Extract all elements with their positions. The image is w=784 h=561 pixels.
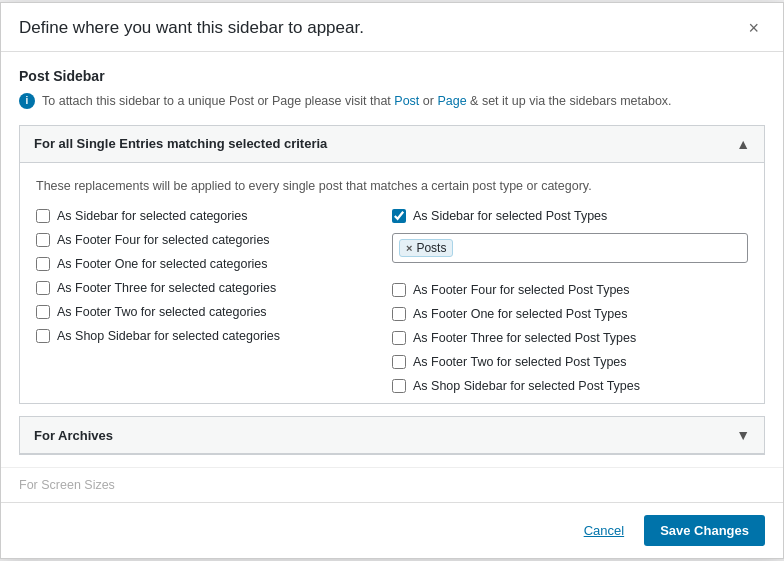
checkbox-label[interactable]: As Shop Sidebar for selected categories (57, 329, 280, 343)
right-checkbox-col: As Sidebar for selected Post Types×Posts… (392, 209, 748, 393)
dialog-footer: Cancel Save Changes (1, 502, 783, 558)
checkbox-cb_footer_four_cat[interactable] (36, 233, 50, 247)
right-checkbox-item: As Footer Four for selected Post Types (392, 283, 748, 297)
single-entries-panel: For all Single Entries matching selected… (19, 125, 765, 405)
checkboxes-grid: As Sidebar for selected categoriesAs Foo… (36, 209, 748, 393)
archives-panel-header[interactable]: For Archives ▼ (20, 417, 764, 454)
checkbox-cb_footer_one_cat[interactable] (36, 257, 50, 271)
left-checkbox-item: As Footer Two for selected categories (36, 305, 392, 319)
checkbox-cb_footer_four_post[interactable] (392, 283, 406, 297)
checkbox-label[interactable]: As Sidebar for selected categories (57, 209, 247, 223)
checkbox-cb_footer_three_cat[interactable] (36, 281, 50, 295)
left-checkbox-item: As Footer Four for selected categories (36, 233, 392, 247)
single-entries-panel-header[interactable]: For all Single Entries matching selected… (20, 126, 764, 163)
single-entries-chevron: ▲ (736, 136, 750, 152)
checkbox-label[interactable]: As Footer Three for selected categories (57, 281, 276, 295)
tag-posts: ×Posts (399, 239, 453, 257)
info-text: To attach this sidebar to a unique Post … (42, 92, 672, 111)
checkbox-label[interactable]: As Sidebar for selected Post Types (413, 209, 607, 223)
cancel-button[interactable]: Cancel (576, 519, 632, 542)
tag-input-row[interactable]: ×Posts (392, 233, 748, 263)
dialog-title: Define where you want this sidebar to ap… (19, 18, 364, 38)
right-checkbox-item: As Sidebar for selected Post Types (392, 209, 748, 223)
checkbox-cb_shop_cat[interactable] (36, 329, 50, 343)
right-checkbox-item: As Shop Sidebar for selected Post Types (392, 379, 748, 393)
checkbox-cb_shop_post[interactable] (392, 379, 406, 393)
left-checkbox-item: As Footer Three for selected categories (36, 281, 392, 295)
checkbox-label[interactable]: As Footer One for selected categories (57, 257, 268, 271)
info-icon: i (19, 93, 35, 109)
post-link[interactable]: Post (394, 94, 419, 108)
right-checkbox-item: As Footer Three for selected Post Types (392, 331, 748, 345)
checkbox-cb_sidebar_post[interactable] (392, 209, 406, 223)
checkbox-cb_footer_three_post[interactable] (392, 331, 406, 345)
left-checkbox-item: As Shop Sidebar for selected categories (36, 329, 392, 343)
checkbox-label[interactable]: As Footer Two for selected Post Types (413, 355, 627, 369)
left-checkbox-col: As Sidebar for selected categoriesAs Foo… (36, 209, 392, 393)
section-title: Post Sidebar (19, 68, 765, 84)
single-entries-panel-body: These replacements will be applied to ev… (20, 163, 764, 404)
right-checkbox-item: As Footer One for selected Post Types (392, 307, 748, 321)
tag-remove-button[interactable]: × (406, 242, 412, 254)
screen-sizes-label: For Screen Sizes (19, 478, 115, 492)
single-entries-panel-title: For all Single Entries matching selected… (34, 136, 327, 151)
close-button[interactable]: × (742, 17, 765, 39)
right-checkbox-item: As Footer Two for selected Post Types (392, 355, 748, 369)
checkbox-label[interactable]: As Footer Two for selected categories (57, 305, 267, 319)
dialog-header: Define where you want this sidebar to ap… (1, 3, 783, 52)
archives-panel-title: For Archives (34, 428, 113, 443)
dialog-body: Post Sidebar i To attach this sidebar to… (1, 52, 783, 468)
left-checkbox-item: As Footer One for selected categories (36, 257, 392, 271)
checkbox-label[interactable]: As Shop Sidebar for selected Post Types (413, 379, 640, 393)
save-button[interactable]: Save Changes (644, 515, 765, 546)
screen-sizes-bar: For Screen Sizes (1, 467, 783, 502)
checkbox-cb_footer_two_cat[interactable] (36, 305, 50, 319)
checkbox-cb_footer_one_post[interactable] (392, 307, 406, 321)
archives-chevron: ▼ (736, 427, 750, 443)
tag-text: Posts (416, 241, 446, 255)
checkbox-cb_footer_two_post[interactable] (392, 355, 406, 369)
single-entries-description: These replacements will be applied to ev… (36, 177, 748, 196)
dialog: Define where you want this sidebar to ap… (0, 2, 784, 560)
checkbox-label[interactable]: As Footer Three for selected Post Types (413, 331, 636, 345)
checkbox-label[interactable]: As Footer One for selected Post Types (413, 307, 627, 321)
info-row: i To attach this sidebar to a unique Pos… (19, 92, 765, 111)
checkbox-label[interactable]: As Footer Four for selected categories (57, 233, 270, 247)
left-checkbox-item: As Sidebar for selected categories (36, 209, 392, 223)
checkbox-cb_sidebar_cat[interactable] (36, 209, 50, 223)
page-link[interactable]: Page (437, 94, 466, 108)
checkbox-label[interactable]: As Footer Four for selected Post Types (413, 283, 630, 297)
archives-panel: For Archives ▼ (19, 416, 765, 455)
